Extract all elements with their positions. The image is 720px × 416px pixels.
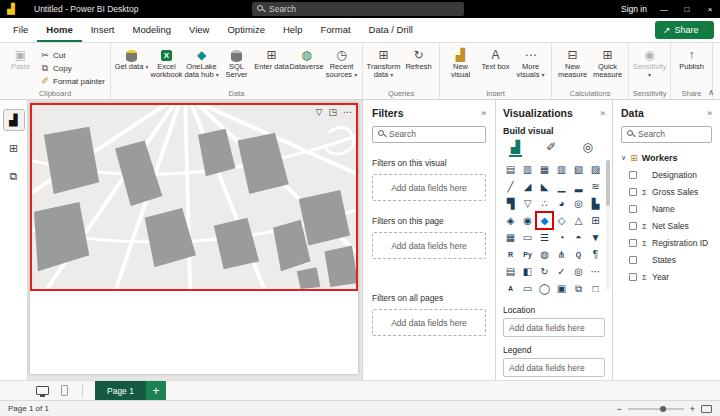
tab-optimize[interactable]: Optimize xyxy=(218,18,273,42)
data-field-row[interactable]: States xyxy=(629,255,712,265)
visual-type-text-box[interactable]: A xyxy=(503,281,518,296)
sensitivity-button[interactable]: ◉Sensitivity ▾ xyxy=(632,45,667,79)
visual-type-scatter-chart[interactable]: ∴ xyxy=(537,196,552,211)
visual-type-paginated-report[interactable]: ▤ xyxy=(503,264,518,279)
refresh-button[interactable]: ↻Refresh xyxy=(401,45,436,71)
share-button[interactable]: ↗ Share ▾ xyxy=(655,21,714,39)
checkbox[interactable] xyxy=(629,256,637,264)
global-search-input[interactable]: Search xyxy=(252,2,464,16)
visual-type-qa-visual[interactable]: Q xyxy=(571,247,586,262)
filter-drop-zone[interactable]: Add data fields here xyxy=(372,309,486,336)
collapse-filters-pane-icon[interactable]: » xyxy=(481,108,486,118)
visual-type-slicer[interactable]: ▼ xyxy=(588,230,603,245)
visual-type-group[interactable]: ⧉ xyxy=(571,281,586,296)
visual-type-metrics[interactable]: ✓ xyxy=(554,264,569,279)
visual-type-decomposition-tree[interactable]: ⋔ xyxy=(554,247,569,262)
visual-type-matrix[interactable]: ▦ xyxy=(503,230,518,245)
cut-button[interactable]: ✂Cut xyxy=(40,50,105,60)
visual-type-blank[interactable]: □ xyxy=(588,281,603,296)
text-box-button[interactable]: AText box xyxy=(478,45,513,71)
visual-type-map[interactable]: ◈ xyxy=(503,213,518,228)
visual-type-shape-map[interactable]: ◆ xyxy=(537,213,552,228)
well-drop-zone-location[interactable]: Add data fields here xyxy=(503,318,605,337)
zoom-slider-thumb[interactable] xyxy=(660,406,666,412)
new-measure-button[interactable]: ⊟New measure xyxy=(555,45,590,79)
checkbox[interactable] xyxy=(629,205,637,213)
data-table-workers[interactable]: ∨ ⊞ Workers xyxy=(621,153,712,163)
visual-type-card[interactable]: ▭ xyxy=(520,230,535,245)
visual-gallery-scrollbar[interactable] xyxy=(606,160,610,290)
visual-type-scorecard[interactable]: ◎ xyxy=(571,264,586,279)
data-field-row[interactable]: ΣGross Sales xyxy=(629,187,712,197)
map-visual[interactable]: ▽◳⋯ xyxy=(30,103,358,291)
visual-type-power-apps[interactable]: ◧ xyxy=(520,264,535,279)
tab-insert[interactable]: Insert xyxy=(82,18,124,42)
onelake-data-hub-button[interactable]: ◆OneLake data hub ▾ xyxy=(184,45,219,79)
page-tab[interactable]: Page 1 xyxy=(95,381,146,401)
report-view-button[interactable]: ▟ xyxy=(4,110,24,130)
visual-type-button[interactable]: ▭ xyxy=(520,281,535,296)
visual-type-line-and-clustered-column-chart[interactable]: ▂ xyxy=(571,179,586,194)
data-field-row[interactable]: Designation xyxy=(629,170,712,180)
report-canvas[interactable]: ▽◳⋯ xyxy=(28,100,362,380)
quick-measure-button[interactable]: ⊞Quick measure xyxy=(590,45,625,79)
checkbox[interactable] xyxy=(629,222,637,230)
visual-type-ribbon-chart[interactable]: ≋ xyxy=(588,179,603,194)
visual-type-r-script-visual[interactable]: R xyxy=(503,247,518,262)
report-page[interactable]: ▽◳⋯ xyxy=(30,103,358,374)
more-visuals-button[interactable]: ⋯More visuals ▾ xyxy=(513,45,548,79)
checkbox[interactable] xyxy=(629,188,637,196)
desktop-view-icon[interactable] xyxy=(36,386,49,395)
visual-type-python-visual[interactable]: Py xyxy=(520,247,535,262)
sign-in-button[interactable]: Sign in xyxy=(621,4,647,14)
scrollbar-thumb[interactable] xyxy=(606,160,610,206)
analytics-tab[interactable]: ◎ xyxy=(581,140,595,157)
tab-format[interactable]: Format xyxy=(312,18,360,42)
data-field-row[interactable]: Name xyxy=(629,204,712,214)
visual-type-stacked-area-chart[interactable]: ◣ xyxy=(537,179,552,194)
chevron-down-icon[interactable]: ∨ xyxy=(621,154,626,162)
visual-type-line-and-stacked-column-chart[interactable]: ▁ xyxy=(554,179,569,194)
mobile-view-icon[interactable] xyxy=(61,385,68,396)
filter-icon[interactable]: ▽ xyxy=(316,107,323,117)
visual-type-power-automate[interactable]: ↻ xyxy=(537,264,552,279)
visual-type-smart-narrative[interactable]: ¶ xyxy=(588,247,603,262)
recent-sources-button[interactable]: ◷Recent sources ▾ xyxy=(324,45,359,79)
filter-drop-zone[interactable]: Add data fields here xyxy=(372,232,486,259)
data-field-row[interactable]: ΣNet Sales xyxy=(629,221,712,231)
fit-to-page-icon[interactable] xyxy=(701,405,712,413)
well-drop-zone-legend[interactable]: Add data fields here xyxy=(503,358,605,377)
visual-type-100-stacked-bar-chart[interactable]: ▧ xyxy=(571,162,586,177)
visual-type-table[interactable]: ⊞ xyxy=(588,213,603,228)
visual-type-donut-chart[interactable]: ◎ xyxy=(571,196,586,211)
visual-type-stacked-bar-chart[interactable]: ▤ xyxy=(503,162,518,177)
visual-type-treemap[interactable]: ▙ xyxy=(588,196,603,211)
visual-type-clustered-bar-chart[interactable]: ▦ xyxy=(537,162,552,177)
transform-data-button[interactable]: ⊞Transform data ▾ xyxy=(366,45,401,79)
data-search-input[interactable]: Search xyxy=(621,126,712,143)
checkbox[interactable] xyxy=(629,171,637,179)
maximize-button[interactable]: □ xyxy=(681,5,693,14)
copy-button[interactable]: ⧉Copy xyxy=(40,63,105,73)
tab-modeling[interactable]: Modeling xyxy=(123,18,180,42)
build-visual-tab[interactable]: ▟ xyxy=(509,140,522,157)
visual-type-gauge[interactable]: ◓ xyxy=(571,230,586,245)
zoom-in-button[interactable]: + xyxy=(690,404,695,414)
new-page-button[interactable]: + xyxy=(146,381,166,401)
get-data-button[interactable]: Get data ▾ xyxy=(114,45,149,71)
visual-type-waterfall-chart[interactable]: ▜ xyxy=(503,196,518,211)
data-field-row[interactable]: ΣRegistration ID xyxy=(629,238,712,248)
sql-server-button[interactable]: SQL Server xyxy=(219,45,254,79)
tab-view[interactable]: View xyxy=(180,18,218,42)
visual-type-image[interactable]: ▣ xyxy=(554,281,569,296)
visual-type-filled-map[interactable]: ◉ xyxy=(520,213,535,228)
visual-type-azure-map[interactable]: ◇ xyxy=(554,213,569,228)
visual-type-area-chart[interactable]: ◢ xyxy=(520,179,535,194)
more-options-icon[interactable]: ⋯ xyxy=(343,107,352,117)
collapse-ribbon-icon[interactable]: ∧ xyxy=(708,88,714,97)
visual-type-arcgis-map[interactable]: △ xyxy=(571,213,586,228)
visual-type-100-stacked-column-chart[interactable]: ▨ xyxy=(588,162,603,177)
data-field-row[interactable]: ΣYear xyxy=(629,272,712,282)
visual-type-line-chart[interactable]: ╱ xyxy=(503,179,518,194)
collapse-visualizations-pane-icon[interactable]: » xyxy=(600,108,605,118)
